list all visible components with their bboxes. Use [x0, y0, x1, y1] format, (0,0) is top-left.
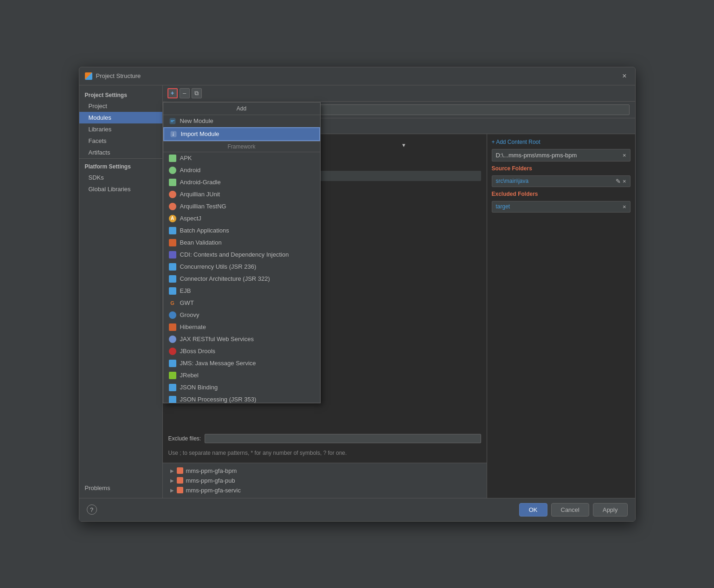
sidebar-item-project[interactable]: Project	[79, 100, 162, 112]
connector-icon	[169, 275, 176, 283]
aspectj-icon: A	[169, 215, 176, 222]
framework-jax[interactable]: JAX RESTful Web Services	[163, 333, 320, 345]
module-name: mms-ppm-gfa-servic	[186, 487, 241, 494]
bottom-actions: OK Cancel Apply	[519, 503, 628, 517]
framework-android[interactable]: Android	[163, 164, 320, 176]
sidebar-item-artifacts[interactable]: Artifacts	[79, 147, 162, 158]
remove-source-folder-icon[interactable]: ×	[623, 178, 626, 185]
sidebar-item-libraries[interactable]: Libraries	[79, 123, 162, 135]
jax-icon	[169, 336, 176, 343]
framework-json-processing[interactable]: JSON Processing (JSR 353)	[163, 394, 320, 403]
sidebar: Project Settings Project Modules Librari…	[79, 85, 163, 498]
chevron-down-icon: ▾	[402, 142, 405, 149]
dropdown-scroll: New Module ↓ Import Module Framewo	[163, 115, 320, 403]
remove-module-button[interactable]: –	[180, 88, 190, 98]
framework-json-binding[interactable]: JSON Binding	[163, 381, 320, 394]
import-module-icon: ↓	[170, 130, 177, 138]
framework-batch[interactable]: Batch Applications	[163, 225, 320, 237]
list-item[interactable]: ▶ mms-ppm-gfa-pub	[168, 476, 481, 485]
sidebar-item-global-libraries[interactable]: Global Libraries	[79, 183, 162, 195]
svg-text:↓: ↓	[172, 131, 175, 137]
hibernate-icon	[169, 323, 176, 331]
module-name: mms-ppm-gfa-pub	[186, 477, 235, 484]
framework-divider: Framework	[163, 141, 320, 152]
jms-icon	[169, 360, 176, 367]
add-module-button[interactable]: +	[167, 88, 178, 98]
framework-aspectj[interactable]: A AspectJ	[163, 213, 320, 225]
dialog-title: Project Structure	[96, 72, 141, 79]
source-folder-path: src\main\java	[496, 178, 529, 184]
project-structure-dialog: Project Structure × Project Settings Pro…	[79, 67, 636, 522]
remove-excluded-folder-icon[interactable]: ×	[623, 203, 626, 210]
remove-content-root-icon[interactable]: ×	[623, 152, 626, 159]
batch-icon	[169, 227, 176, 234]
arquillian-testng-icon	[169, 203, 176, 210]
add-dropdown: Add New Module	[163, 102, 321, 403]
module-toolbar: + – ⧉ Add	[163, 85, 635, 102]
svg-rect-2	[171, 121, 173, 122]
framework-bean-validation[interactable]: Bean Validation	[163, 237, 320, 249]
cdi-icon	[169, 251, 176, 258]
sidebar-item-problems[interactable]: Problems	[79, 482, 162, 494]
module-name: mms-ppm-gfa-bpm	[186, 467, 237, 474]
tree-arrow: ▶	[170, 478, 174, 483]
gwt-icon: G	[169, 299, 176, 307]
excluded-folder-row: target ×	[492, 201, 630, 213]
framework-hibernate[interactable]: Hibernate	[163, 321, 320, 333]
bean-icon	[169, 239, 176, 246]
help-button[interactable]: ?	[87, 504, 97, 515]
sidebar-item-facets[interactable]: Facets	[79, 135, 162, 147]
sidebar-item-modules[interactable]: Modules	[79, 112, 162, 123]
framework-cdi[interactable]: CDI: Contexts and Dependency Injection	[163, 249, 320, 261]
framework-jboss[interactable]: JBoss Drools	[163, 345, 320, 357]
close-button[interactable]: ×	[619, 71, 629, 81]
framework-jrebel[interactable]: JRebel	[163, 369, 320, 381]
svg-rect-1	[171, 120, 174, 121]
sidebar-item-sdks[interactable]: SDKs	[79, 172, 162, 183]
framework-concurrency[interactable]: Concurrency Utils (JSR 236)	[163, 261, 320, 273]
android-gradle-icon	[169, 179, 176, 186]
ok-button[interactable]: OK	[519, 503, 547, 517]
new-module-icon	[169, 117, 176, 125]
excluded-folder-path: target	[496, 203, 510, 210]
json-processing-icon	[169, 396, 176, 403]
framework-ejb[interactable]: EJB	[163, 285, 320, 297]
exclude-label: Exclude files:	[168, 435, 201, 442]
groovy-icon	[169, 311, 176, 319]
android-icon	[169, 167, 176, 174]
concurrency-icon	[169, 263, 176, 271]
apply-button[interactable]: Apply	[593, 503, 628, 517]
edit-source-folder-icon[interactable]: ✎	[616, 178, 621, 185]
add-content-root-link[interactable]: + Add Content Root	[492, 139, 630, 145]
right-panel: + Add Content Root D:\...mms-pms\mms-pms…	[487, 134, 635, 498]
exclude-hint: Use ; to separate name patterns, * for a…	[168, 449, 481, 457]
framework-arquillian-junit[interactable]: Arquillian JUnit	[163, 188, 320, 200]
list-item[interactable]: ▶ mms-ppm-gfa-bpm	[168, 466, 481, 476]
copy-module-button[interactable]: ⧉	[192, 88, 202, 98]
svg-rect-0	[170, 118, 175, 124]
dropdown-new-module[interactable]: New Module	[163, 115, 320, 127]
apk-icon	[169, 155, 176, 162]
json-binding-icon	[169, 384, 176, 391]
framework-apk[interactable]: APK	[163, 152, 320, 164]
framework-arquillian-testng[interactable]: Arquillian TestNG	[163, 200, 320, 213]
cancel-button[interactable]: Cancel	[551, 503, 589, 517]
source-folder-row: src\main\java ✎ ×	[492, 175, 630, 187]
framework-groovy[interactable]: Groovy	[163, 309, 320, 321]
module-list: ▶ mms-ppm-gfa-bpm ▶ mms-ppm-gfa-pub ▶	[163, 463, 487, 498]
framework-connector[interactable]: Connector Architecture (JSR 322)	[163, 273, 320, 285]
jrebel-icon	[169, 372, 176, 379]
main-content: + – ⧉ Add	[163, 85, 635, 498]
title-bar: Project Structure ×	[79, 67, 635, 85]
framework-android-gradle[interactable]: Android-Gradle	[163, 176, 320, 188]
excluded-folders-heading: Excluded Folders	[492, 191, 630, 197]
module-icon	[177, 477, 183, 484]
tree-arrow: ▶	[170, 488, 174, 493]
framework-jms[interactable]: JMS: Java Message Service	[163, 357, 320, 369]
module-icon	[177, 467, 183, 474]
framework-gwt[interactable]: G GWT	[163, 297, 320, 309]
exclude-input[interactable]	[205, 434, 481, 443]
list-item[interactable]: ▶ mms-ppm-gfa-servic	[168, 485, 481, 495]
dropdown-import-module[interactable]: ↓ Import Module	[163, 127, 320, 141]
arquillian-junit-icon	[169, 191, 176, 198]
